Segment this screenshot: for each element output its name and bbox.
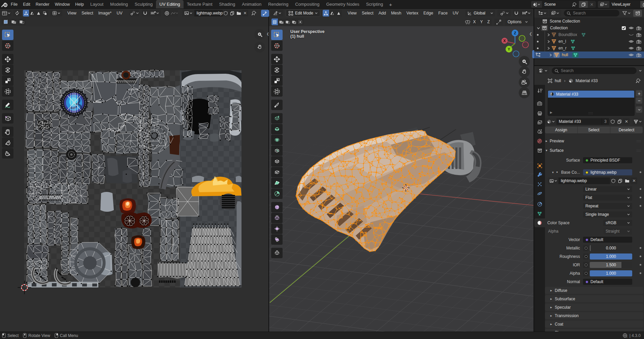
- svg-text:Y: Y: [508, 47, 510, 51]
- svg-text:X: X: [503, 39, 506, 43]
- svg-text:Z: Z: [514, 31, 516, 35]
- svg-text:1: 1: [626, 336, 627, 338]
